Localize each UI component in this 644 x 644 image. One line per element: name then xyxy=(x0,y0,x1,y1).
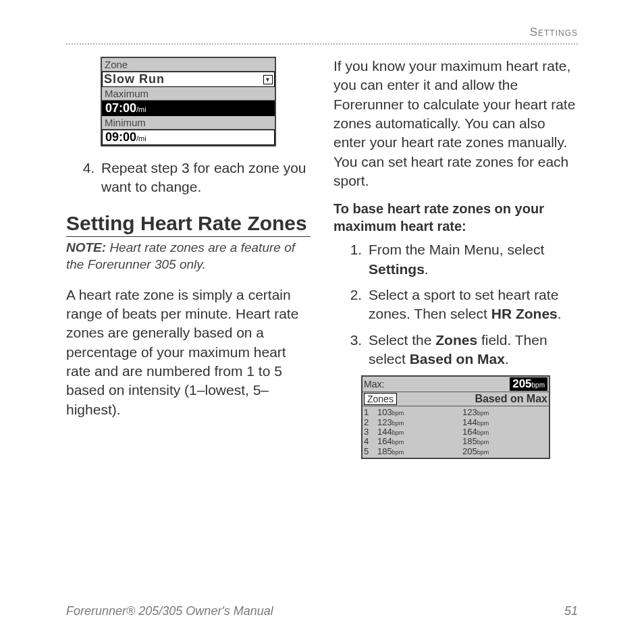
device-screenshot-zone: Zone Slow Run ▼ Maximum 07:00/mi Minimum… xyxy=(101,57,276,146)
zones-table: 1 2 3 4 5 103bpm 123bpm 144bpm 164bpm 18… xyxy=(363,406,549,457)
zone-dropdown: Slow Run ▼ xyxy=(102,72,275,87)
heading-setting-hr-zones: Setting Heart Rate Zones xyxy=(66,212,311,238)
zone-low: 185bpm xyxy=(377,447,462,456)
zone-high: 123bpm xyxy=(462,408,547,417)
maximum-label: Maximum xyxy=(102,87,275,101)
steps-list-left: Repeat step 3 for each zone you want to … xyxy=(66,159,311,197)
procedure-lead: To base heart rate zones on your maximum… xyxy=(333,200,578,235)
device-screenshot-hr-zones: Max: 205bpm Zones Based on Max 1 2 3 4 xyxy=(361,375,550,458)
s1a: From the Main Menu, select xyxy=(369,242,544,257)
zone-low: 103bpm xyxy=(377,408,462,417)
hr-zone-paragraph: A heart rate zone is simply a certain ra… xyxy=(66,286,311,419)
zone-high: 164bpm xyxy=(462,427,547,437)
zone-num: 4 xyxy=(364,437,377,446)
max-label: Max: xyxy=(364,379,384,390)
max-bpm-unit: bpm xyxy=(532,381,545,389)
zone-high: 205bpm xyxy=(462,447,547,456)
zone-high: 185bpm xyxy=(462,437,547,446)
zone-value: Slow Run xyxy=(104,72,165,86)
s1c: . xyxy=(425,261,429,277)
note: NOTE: Heart rate zones are a feature of … xyxy=(66,240,311,273)
based-on-max-label: Based on Max xyxy=(475,393,547,405)
max-unit: /mi xyxy=(136,105,146,113)
s3e: . xyxy=(505,351,509,367)
s2c: . xyxy=(558,306,562,321)
maximum-value: 07:00/mi xyxy=(102,101,275,116)
zone-label: Zone xyxy=(102,58,275,72)
right-column: If you know your maximum heart rate, you… xyxy=(333,57,578,459)
step-4: Repeat step 3 for each zone you want to … xyxy=(99,159,311,197)
page-number: 51 xyxy=(564,604,578,618)
max-time: 07:00 xyxy=(105,101,136,115)
zone-low: 144bpm xyxy=(377,427,462,437)
s1b: Settings xyxy=(369,261,425,277)
max-bpm-number: 205 xyxy=(512,377,531,390)
footer-title: Forerunner® 205/305 Owner's Manual xyxy=(66,604,273,618)
zones-label: Zones xyxy=(364,393,397,405)
step-3: Select the Zones field. Then select Base… xyxy=(366,331,578,369)
zone-low: 164bpm xyxy=(377,437,462,446)
max-bpm-value: 205bpm xyxy=(510,377,547,391)
zone-num: 2 xyxy=(364,418,377,427)
s2b: HR Zones xyxy=(491,306,558,321)
zone-high: 144bpm xyxy=(462,418,547,427)
minimum-label: Minimum xyxy=(102,116,275,130)
min-time: 09:00 xyxy=(105,130,136,144)
note-label: NOTE: xyxy=(66,240,106,254)
zone-num: 5 xyxy=(364,447,377,456)
header-rule xyxy=(66,43,578,45)
step-2: Select a sport to set heart rate zones. … xyxy=(366,286,578,324)
intro-paragraph: If you know your maximum heart rate, you… xyxy=(333,57,578,190)
s3d: Based on Max xyxy=(410,351,505,367)
left-column: Zone Slow Run ▼ Maximum 07:00/mi Minimum… xyxy=(66,57,311,459)
steps-list-right: From the Main Menu, select Settings. Sel… xyxy=(333,240,578,369)
min-unit: /mi xyxy=(136,134,146,142)
dropdown-arrow-icon: ▼ xyxy=(263,75,273,84)
footer: Forerunner® 205/305 Owner's Manual 51 xyxy=(66,604,578,618)
step-1: From the Main Menu, select Settings. xyxy=(366,240,578,279)
zone-num: 1 xyxy=(364,408,377,417)
zone-low: 123bpm xyxy=(377,418,462,427)
minimum-value: 09:00/mi xyxy=(102,130,275,145)
section-header: Settings xyxy=(66,26,578,43)
s3a: Select the xyxy=(369,332,435,348)
s3b: Zones xyxy=(435,332,477,348)
zone-num: 3 xyxy=(364,427,377,437)
